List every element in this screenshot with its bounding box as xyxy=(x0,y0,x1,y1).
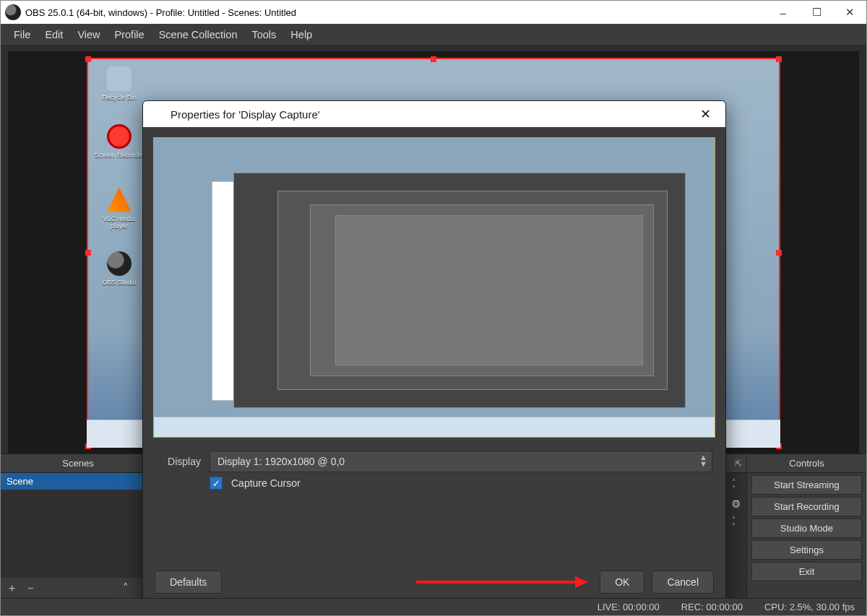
settings-button[interactable]: Settings xyxy=(751,540,862,560)
dialog-preview-canvas xyxy=(153,137,715,438)
preview-mirror-2 xyxy=(277,191,668,390)
transition-select-updown[interactable]: ˄˅ xyxy=(726,479,741,492)
menu-tools[interactable]: Tools xyxy=(244,24,283,45)
window-close-button[interactable]: ✕ xyxy=(833,1,866,24)
menu-scene-collection[interactable]: Scene Collection xyxy=(152,24,245,45)
transition-settings-icon[interactable]: ⚙ xyxy=(731,498,741,511)
exit-button[interactable]: Exit xyxy=(751,562,862,581)
display-select[interactable]: Display 1: 1920x1080 @ 0,0 ▲▼ xyxy=(210,451,712,472)
resize-handle-right[interactable] xyxy=(776,250,782,256)
scenes-list[interactable]: Scene xyxy=(1,473,155,578)
scene-add-button[interactable]: ＋ xyxy=(4,581,20,595)
menu-edit[interactable]: Edit xyxy=(38,24,70,45)
properties-dialog: Properties for 'Display Capture' ✕ xyxy=(142,100,726,598)
start-streaming-button[interactable]: Start Streaming xyxy=(751,475,862,495)
menu-file[interactable]: File xyxy=(7,24,38,45)
controls-dock: Controls Start Streaming Start Recording… xyxy=(747,454,866,598)
preview-taskbar xyxy=(154,417,715,437)
window-minimize-button[interactable]: – xyxy=(767,1,800,24)
window-title: OBS 25.0.1 (64-bit, windows) - Profile: … xyxy=(25,7,767,18)
obs-logo-icon xyxy=(5,4,21,20)
dialog-close-button[interactable]: ✕ xyxy=(692,106,718,122)
resize-handle-bottom-right[interactable] xyxy=(776,443,782,449)
obs-window: OBS 25.0.1 (64-bit, windows) - Profile: … xyxy=(0,0,867,616)
display-label: Display xyxy=(156,456,201,467)
scene-item-selected[interactable]: Scene xyxy=(1,473,155,490)
capture-cursor-label[interactable]: Capture Cursor xyxy=(231,477,301,489)
scene-remove-button[interactable]: － xyxy=(22,581,38,595)
studio-mode-button[interactable]: Studio Mode xyxy=(751,519,862,538)
ok-button[interactable]: OK xyxy=(600,571,644,594)
resize-handle-left[interactable] xyxy=(85,250,91,256)
scene-move-up-button[interactable]: ˄ xyxy=(118,581,134,595)
preview-mirror-4 xyxy=(335,215,643,365)
menu-profile[interactable]: Profile xyxy=(108,24,152,45)
preview-mirror-3 xyxy=(310,204,654,376)
window-maximize-button[interactable]: ☐ xyxy=(800,1,833,24)
scenes-dock: Scenes Scene ＋ － ˄ ˅ xyxy=(1,454,156,598)
svg-marker-1 xyxy=(575,576,588,588)
display-select-value: Display 1: 1920x1080 @ 0,0 xyxy=(217,456,345,467)
start-recording-button[interactable]: Start Recording xyxy=(751,497,862,516)
menu-bar: File Edit View Profile Scene Collection … xyxy=(1,24,866,45)
resize-handle-top[interactable] xyxy=(431,56,436,62)
display-select-spinner-icon[interactable]: ▲▼ xyxy=(699,454,707,467)
status-live: LIVE: 00:00:00 xyxy=(598,602,660,612)
resize-handle-top-right[interactable] xyxy=(776,56,782,62)
preview-mirror-1 xyxy=(233,173,686,408)
status-cpu: CPU: 2.5%, 30.00 fps xyxy=(764,602,855,612)
dialog-title: Properties for 'Display Capture' xyxy=(171,108,320,121)
main-area: Recycle Bin Screen Recorder VLC media pl… xyxy=(1,45,866,598)
transition-duration-updown[interactable]: ˄˅ xyxy=(726,516,741,529)
scenes-dock-title: Scenes xyxy=(62,458,93,469)
controls-dock-title: Controls xyxy=(789,458,824,469)
menu-view[interactable]: View xyxy=(70,24,107,45)
dialog-preview xyxy=(143,127,725,438)
dialog-obs-icon xyxy=(150,107,165,121)
status-rec: REC: 00:00:00 xyxy=(681,602,743,612)
status-bar: LIVE: 00:00:00 REC: 00:00:00 CPU: 2.5%, … xyxy=(1,598,866,615)
dialog-form: Display Display 1: 1920x1080 @ 0,0 ▲▼ ✓ … xyxy=(143,438,725,503)
annotation-arrow-icon xyxy=(416,575,590,589)
cancel-button[interactable]: Cancel xyxy=(652,571,714,594)
menu-help[interactable]: Help xyxy=(283,24,319,45)
transitions-popout-icon[interactable]: ⇱ xyxy=(735,459,742,469)
resize-handle-top-left[interactable] xyxy=(85,56,91,62)
resize-handle-bottom-left[interactable] xyxy=(85,443,91,449)
defaults-button[interactable]: Defaults xyxy=(155,571,222,594)
title-bar[interactable]: OBS 25.0.1 (64-bit, windows) - Profile: … xyxy=(1,1,866,24)
dialog-button-row: Defaults OK Cancel xyxy=(143,563,725,598)
capture-cursor-checkbox[interactable]: ✓ xyxy=(210,477,223,490)
dialog-title-bar[interactable]: Properties for 'Display Capture' ✕ xyxy=(143,101,725,127)
